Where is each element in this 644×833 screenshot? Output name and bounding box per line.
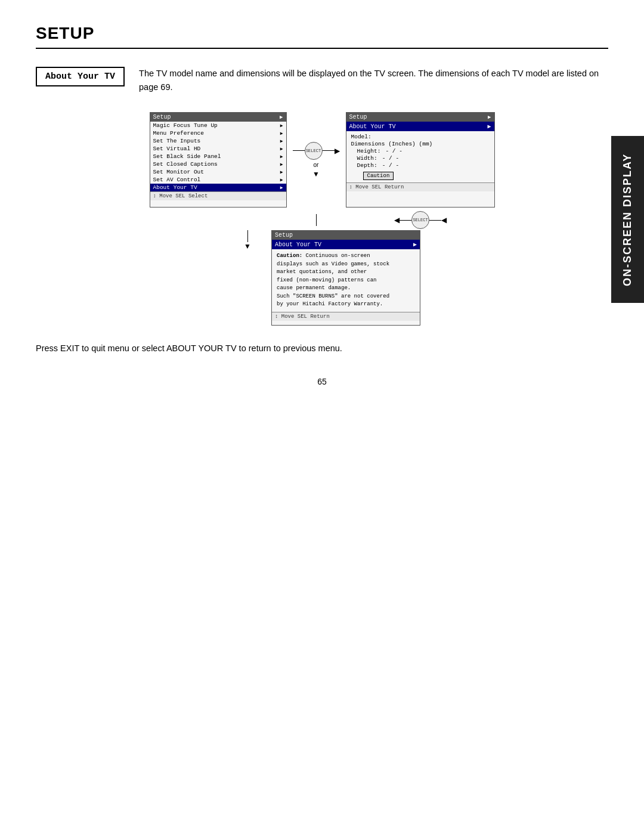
menu-item-3: Set The Inputs▶	[150, 137, 286, 145]
select-button-middle: SELECT	[411, 211, 429, 229]
dimensions-row: Dimensions (Inches) (mm)	[351, 141, 490, 147]
bottom-diagram-row: ▼ Setup About Your TV ▶ Caution: Continu…	[83, 230, 561, 326]
menu-item-2: Menu Preference▶	[150, 129, 286, 137]
about-menu-subheader: About Your TV ▶	[346, 122, 494, 131]
menu-item-1: Magic Focus Tune Up▶	[150, 122, 286, 129]
about-menu-box: Setup ▶ About Your TV ▶ Model: Dimension…	[346, 112, 495, 208]
page-title: SETUP	[36, 24, 608, 49]
middle-connector: ◀ SELECT ◀	[83, 211, 561, 229]
top-diagram-row: Setup ▶ Magic Focus Tune Up▶ Menu Prefer…	[36, 112, 608, 208]
setup-menu-header: Setup ▶	[150, 113, 286, 122]
menu-item-6: Set Closed Captions▶	[150, 160, 286, 168]
caution-menu-subheader: About Your TV ▶	[272, 240, 420, 249]
model-row: Model:	[351, 134, 490, 140]
menu-item-8: Set AV Control▶	[150, 176, 286, 184]
arrowhead-left-2: ◀	[441, 216, 447, 224]
caution-menu-box: Setup About Your TV ▶ Caution: Continuou…	[271, 230, 420, 326]
menu-item-5: Set Black Side Panel▶	[150, 153, 286, 160]
setup-menu-footer: ↕ Move SEL Select	[150, 191, 286, 200]
about-label: About Your TV	[36, 67, 125, 86]
arrow-down-2: ▼	[244, 242, 251, 250]
arrowhead-right-1: ▶	[335, 147, 340, 155]
page-number: 65	[36, 377, 608, 386]
about-menu-footer: ↕ Move SEL Return	[346, 182, 494, 191]
menu-item-7: Set Monitor Out▶	[150, 168, 286, 176]
arrowhead-left-1: ◀	[394, 216, 400, 224]
depth-row: Depth: - / -	[351, 162, 490, 169]
height-row: Height: - / -	[351, 148, 490, 154]
caution-menu-content: Caution: Continuous on-screendisplays su…	[272, 249, 420, 312]
setup-menu-box: Setup ▶ Magic Focus Tune Up▶ Menu Prefer…	[150, 112, 287, 208]
about-menu-main-header: Setup ▶	[346, 113, 494, 122]
width-row: Width: - / -	[351, 155, 490, 162]
or-text: or	[314, 162, 319, 168]
arrow-down-1: ▼	[312, 170, 320, 178]
menu-item-4: Set Virtual HD▶	[150, 145, 286, 153]
caution-menu-footer: ↕ Move SEL Return	[272, 312, 420, 321]
caution-button[interactable]: Caution	[363, 172, 394, 180]
about-section: About Your TV The TV model name and dime…	[36, 67, 608, 94]
about-menu-content: Model: Dimensions (Inches) (mm) Height: …	[346, 131, 494, 182]
diagrams-area: Setup ▶ Magic Focus Tune Up▶ Menu Prefer…	[36, 112, 608, 326]
press-exit-text: Press EXIT to quit menu or select ABOUT …	[36, 343, 608, 353]
select-button-top: SELECT	[305, 142, 323, 160]
caution-menu-main-header: Setup	[272, 231, 420, 240]
menu-item-9-selected: About Your TV▶	[150, 184, 286, 191]
arrow-connector-1: SELECT ▶ or ▼	[287, 142, 346, 178]
about-description: The TV model name and dimensions will be…	[139, 67, 608, 94]
side-tab: ON-SCREEN DISPLAY	[611, 136, 644, 303]
